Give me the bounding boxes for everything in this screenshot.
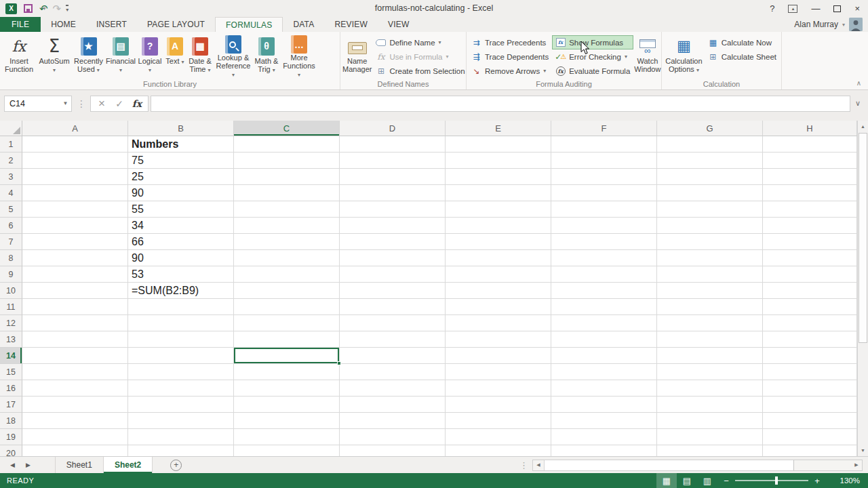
cell-E7[interactable]: [446, 234, 551, 250]
row-header-19[interactable]: 19: [0, 429, 22, 445]
zoom-slider[interactable]: [735, 480, 808, 481]
vertical-scrollbar[interactable]: ▲ ▼: [857, 121, 868, 456]
cell-D3[interactable]: [340, 169, 446, 185]
row-header-18[interactable]: 18: [0, 413, 22, 429]
tab-review[interactable]: REVIEW: [324, 17, 378, 32]
row-header-20[interactable]: 20: [0, 445, 22, 456]
text-button[interactable]: A Text ▾: [163, 34, 186, 80]
horizontal-scrollbar[interactable]: ◀ ▶: [532, 460, 863, 471]
cell-F14[interactable]: [551, 348, 657, 364]
cell-E13[interactable]: [446, 331, 551, 348]
cell-B2[interactable]: 75: [128, 152, 234, 169]
cell-C10[interactable]: [234, 283, 340, 299]
cell-D1[interactable]: [340, 136, 446, 152]
close-icon[interactable]: ×: [854, 4, 860, 13]
cell-B17[interactable]: [128, 396, 234, 413]
scroll-down-icon[interactable]: ▼: [858, 445, 868, 456]
cell-G8[interactable]: [657, 250, 763, 266]
zoom-out-icon[interactable]: −: [717, 476, 735, 486]
cell-H1[interactable]: [763, 136, 857, 152]
row-header-13[interactable]: 13: [0, 331, 22, 348]
cell-C6[interactable]: [234, 218, 340, 234]
cell-D13[interactable]: [340, 331, 446, 348]
customize-qat-icon[interactable]: ▾: [66, 5, 68, 13]
autosum-button[interactable]: Σ AutoSum ▾: [37, 34, 72, 80]
cell-D15[interactable]: [340, 364, 446, 380]
cell-B6[interactable]: 34: [128, 218, 234, 234]
trace-dependents-button[interactable]: ⇶ Trace Dependents: [468, 49, 552, 64]
row-header-9[interactable]: 9: [0, 266, 22, 283]
zoom-level[interactable]: 130%: [829, 476, 860, 485]
account-name[interactable]: Alan Murray: [794, 20, 838, 29]
cell-E18[interactable]: [446, 413, 551, 429]
remove-arrows-button[interactable]: ↘ Remove Arrows ▾: [468, 64, 552, 78]
cell-D9[interactable]: [340, 266, 446, 283]
cell-A11[interactable]: [22, 299, 128, 315]
cell-H20[interactable]: [763, 445, 857, 456]
cell-E15[interactable]: [446, 364, 551, 380]
cell-C8[interactable]: [234, 250, 340, 266]
row-header-10[interactable]: 10: [0, 283, 22, 299]
cell-D4[interactable]: [340, 185, 446, 201]
date-time-button[interactable]: ▦ Date & Time ▾: [186, 34, 214, 80]
row-header-5[interactable]: 5: [0, 201, 22, 218]
cell-C1[interactable]: [234, 136, 340, 152]
cell-H6[interactable]: [763, 218, 857, 234]
help-icon[interactable]: ?: [770, 4, 774, 13]
cell-D20[interactable]: [340, 445, 446, 456]
cell-B19[interactable]: [128, 429, 234, 445]
formula-input[interactable]: [151, 96, 850, 112]
cell-F19[interactable]: [551, 429, 657, 445]
ribbon-display-options-icon[interactable]: ▴: [788, 5, 797, 13]
cell-F6[interactable]: [551, 218, 657, 234]
page-break-view-icon[interactable]: ▥: [697, 473, 717, 488]
cell-E4[interactable]: [446, 185, 551, 201]
cell-H15[interactable]: [763, 364, 857, 380]
cell-G13[interactable]: [657, 331, 763, 348]
cell-H3[interactable]: [763, 169, 857, 185]
cell-E6[interactable]: [446, 218, 551, 234]
vertical-scroll-thumb[interactable]: [859, 133, 867, 343]
sheet-tab-sheet2[interactable]: Sheet2: [104, 457, 153, 473]
cell-G15[interactable]: [657, 364, 763, 380]
cell-A12[interactable]: [22, 315, 128, 331]
cell-G2[interactable]: [657, 152, 763, 169]
cell-F12[interactable]: [551, 315, 657, 331]
cell-H7[interactable]: [763, 234, 857, 250]
normal-view-icon[interactable]: ▦: [656, 473, 677, 488]
logical-button[interactable]: ? Logical ▾: [136, 34, 163, 80]
show-formulas-button[interactable]: Show Formulas: [552, 35, 633, 49]
cell-D8[interactable]: [340, 250, 446, 266]
cell-D11[interactable]: [340, 299, 446, 315]
cell-D5[interactable]: [340, 201, 446, 218]
avatar[interactable]: [849, 18, 863, 31]
cell-G1[interactable]: [657, 136, 763, 152]
next-sheet-icon[interactable]: ▶: [26, 462, 31, 468]
zoom-slider-thumb[interactable]: [775, 476, 778, 485]
cell-A1[interactable]: [22, 136, 128, 152]
row-header-12[interactable]: 12: [0, 315, 22, 331]
row-header-15[interactable]: 15: [0, 364, 22, 380]
cell-A17[interactable]: [22, 396, 128, 413]
row-header-7[interactable]: 7: [0, 234, 22, 250]
cell-G19[interactable]: [657, 429, 763, 445]
cell-C20[interactable]: [234, 445, 340, 456]
more-functions-button[interactable]: … More Functions ▾: [280, 34, 318, 80]
cell-H11[interactable]: [763, 299, 857, 315]
cell-H4[interactable]: [763, 185, 857, 201]
calculation-options-button[interactable]: ▦ Calculation Options ▾: [663, 34, 705, 80]
cell-E8[interactable]: [446, 250, 551, 266]
column-header-B[interactable]: B: [128, 121, 234, 136]
save-icon[interactable]: [24, 4, 33, 13]
redo-button[interactable]: ↷ ▾: [53, 5, 60, 13]
sheet-tab-sheet1[interactable]: Sheet1: [55, 457, 104, 473]
page-layout-view-icon[interactable]: ▤: [677, 473, 697, 488]
cell-A7[interactable]: [22, 234, 128, 250]
cell-A14[interactable]: [22, 348, 128, 364]
cell-A9[interactable]: [22, 266, 128, 283]
chevron-down-icon[interactable]: ▼: [60, 96, 71, 111]
evaluate-formula-button[interactable]: Evaluate Formula: [552, 64, 633, 78]
cell-C11[interactable]: [234, 299, 340, 315]
cancel-icon[interactable]: ×: [93, 97, 111, 110]
cell-B13[interactable]: [128, 331, 234, 348]
